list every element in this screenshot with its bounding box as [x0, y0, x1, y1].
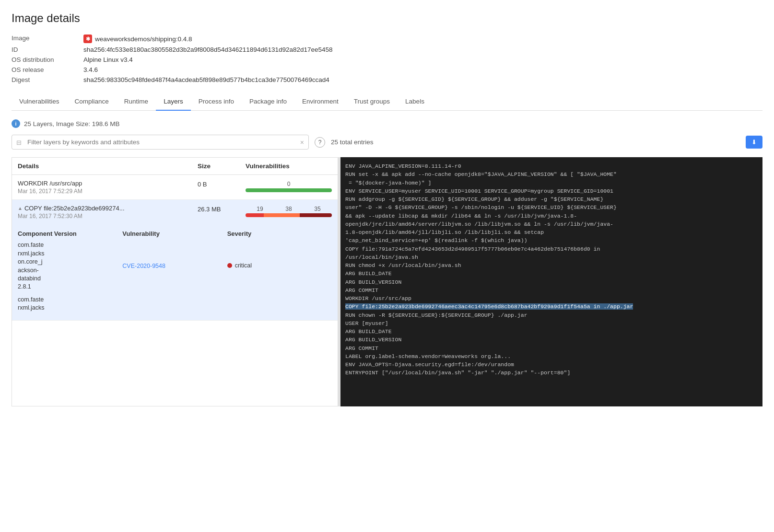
entries-count: 25 total entries — [331, 139, 374, 146]
meta-digest-value: sha256:983305c948fded487f4a4acdeab5f898e… — [83, 76, 329, 83]
layer-name: COPY file:25b2e2a923bde699274... — [24, 205, 125, 212]
detail-header: Component Version Vulnerability Severity — [18, 230, 332, 237]
severity-cell: critical — [227, 262, 332, 269]
code-panel: ENV JAVA_ALPINE_VERSION=8.111.14-r0 RUN … — [340, 157, 762, 406]
main-layout: Details Size Vulnerabilities WORKDIR /us… — [12, 157, 762, 406]
tab-process-info[interactable]: Process info — [191, 93, 242, 111]
tab-vulnerabilities[interactable]: Vulnerabilities — [12, 93, 67, 111]
bar-green — [246, 188, 332, 192]
info-text: 25 Layers, Image Size: 198.6 MB — [24, 120, 120, 127]
bar-medium — [300, 213, 332, 217]
table-header: Details Size Vulnerabilities — [12, 158, 338, 175]
meta-id-value: sha256:4fc533e8180ac3805582d3b2a9f8008d5… — [83, 46, 333, 53]
col-details: Details — [18, 162, 198, 170]
meta-image-label: Image — [12, 35, 83, 43]
vuln-bar: 19 38 35 — [246, 205, 332, 220]
page-title: Image details — [12, 12, 762, 25]
info-icon: i — [12, 119, 20, 128]
layer-main-row2[interactable]: ▲ COPY file:25b2e2a923bde699274... Mar 1… — [12, 200, 338, 224]
meta-image-row: Image ✱ weaveworksdemos/shipping:0.4.8 — [12, 35, 762, 43]
filter-icon: ⊟ — [16, 139, 22, 146]
filter-input-wrap: ⊟ × — [12, 135, 309, 150]
layer-name: WORKDIR /usr/src/app — [18, 180, 198, 187]
meta-id-label: ID — [12, 46, 83, 53]
tab-layers[interactable]: Layers — [156, 93, 191, 111]
filter-row: ⊟ × ? 25 total entries ⬇ — [12, 135, 762, 150]
detail-col-component: Component Version — [18, 230, 122, 237]
bar-high — [264, 213, 300, 217]
meta-os-dist-value: Alpine Linux v3.4 — [83, 56, 133, 63]
table-row[interactable]: ▲ COPY file:25b2e2a923bde699274... Mar 1… — [12, 200, 338, 321]
cve-link[interactable]: CVE-2020-9548 — [122, 263, 165, 269]
tab-package-info[interactable]: Package info — [242, 93, 294, 111]
vuln-bar: 0 — [246, 180, 332, 195]
vuln-bar-container — [246, 213, 332, 217]
meta-os-release-value: 3.4.6 — [83, 66, 98, 73]
shield-icon: ✱ — [83, 35, 92, 43]
vuln-count: 0 — [246, 181, 332, 187]
tabs-bar: Vulnerabilities Compliance Runtime Layer… — [12, 93, 762, 111]
partial-component: com.fasterxml.jacks — [18, 296, 332, 312]
layer-date: Mar 16, 2017 7:52:29 AM — [18, 188, 198, 195]
component-version: 2.8.1 — [18, 283, 122, 290]
layer-details-col: ▲ COPY file:25b2e2a923bde699274... Mar 1… — [18, 205, 198, 220]
cve-cell: CVE-2020-9548 — [122, 262, 227, 269]
meta-id-row: ID sha256:4fc533e8180ac3805582d3b2a9f800… — [12, 46, 762, 53]
col-size: Size — [198, 162, 246, 170]
layer-size: 0 B — [198, 180, 246, 195]
meta-os-dist-row: OS distribution Alpine Linux v3.4 — [12, 56, 762, 63]
collapse-icon[interactable]: ▲ — [18, 206, 23, 211]
info-bar: i 25 Layers, Image Size: 198.6 MB — [12, 119, 762, 128]
detail-row: com.fasterxml.jackson.core_jackson-datab… — [18, 241, 332, 290]
layer-details-col: WORKDIR /usr/src/app Mar 16, 2017 7:52:2… — [18, 180, 198, 195]
image-metadata: Image ✱ weaveworksdemos/shipping:0.4.8 I… — [12, 35, 762, 83]
vuln-count: 19 38 35 — [246, 206, 332, 212]
detail-col-severity: Severity — [227, 230, 332, 237]
tab-compliance[interactable]: Compliance — [67, 93, 117, 111]
meta-digest-label: Digest — [12, 76, 83, 83]
severity-label: critical — [235, 262, 252, 269]
tab-trust-groups[interactable]: Trust groups — [346, 93, 398, 111]
vuln-bar-container — [246, 188, 332, 192]
bar-critical — [246, 213, 264, 217]
meta-os-release-row: OS release 3.4.6 — [12, 66, 762, 73]
component-name-partial: com.fasterxml.jacks — [18, 296, 332, 312]
component-name: com.fasterxml.jackson.core_jackson-datab… — [18, 241, 122, 283]
table-row[interactable]: WORKDIR /usr/src/app Mar 16, 2017 7:52:2… — [12, 175, 338, 200]
meta-digest-row: Digest sha256:983305c948fded487f4a4acdea… — [12, 76, 762, 83]
layers-table: Details Size Vulnerabilities WORKDIR /us… — [12, 157, 338, 406]
layer-detail: Component Version Vulnerability Severity… — [12, 224, 338, 320]
filter-input[interactable] — [12, 135, 309, 150]
layer-main-row1[interactable]: WORKDIR /usr/src/app Mar 16, 2017 7:52:2… — [12, 175, 338, 199]
help-button[interactable]: ? — [315, 137, 325, 148]
meta-os-release-label: OS release — [12, 66, 83, 73]
meta-image-value: ✱ weaveworksdemos/shipping:0.4.8 — [83, 35, 192, 43]
tab-runtime[interactable]: Runtime — [117, 93, 156, 111]
tab-labels[interactable]: Labels — [398, 93, 432, 111]
tab-environment[interactable]: Environment — [294, 93, 346, 111]
component-cell: com.fasterxml.jackson.core_jackson-datab… — [18, 241, 122, 290]
meta-os-dist-label: OS distribution — [12, 56, 83, 63]
layer-date: Mar 16, 2017 7:52:30 AM — [18, 213, 198, 220]
table-body: WORKDIR /usr/src/app Mar 16, 2017 7:52:2… — [12, 175, 338, 406]
filter-clear-icon[interactable]: × — [300, 139, 304, 146]
export-button[interactable]: ⬇ — [746, 136, 762, 149]
severity-dot-critical — [227, 263, 232, 268]
layer-size: 26.3 MB — [198, 205, 246, 220]
detail-col-vulnerability: Vulnerability — [122, 230, 227, 237]
col-vulnerabilities: Vulnerabilities — [246, 162, 332, 170]
